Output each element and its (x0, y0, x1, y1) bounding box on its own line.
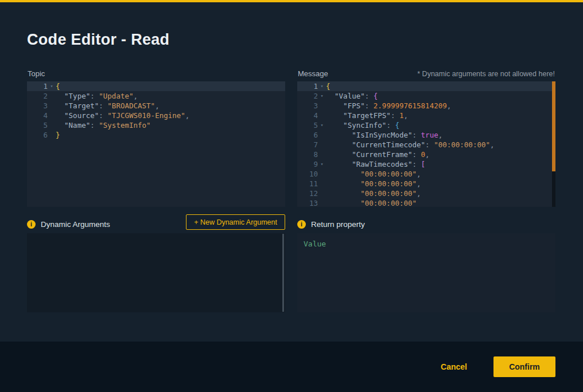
code-line: 1▾{ (27, 81, 285, 91)
line-number: 8 (302, 150, 318, 159)
line-number: 5 (32, 120, 48, 130)
fold-spacer (48, 130, 56, 140)
fold-spacer (318, 101, 326, 111)
code-text: "FPS": 2.999997615814209, (326, 101, 555, 111)
line-number: 1 (302, 81, 318, 91)
code-line: 8 "CurrentFrame": 0, (297, 150, 555, 159)
fold-spacer (318, 179, 326, 189)
code-text: "Target": "BROADCAST", (56, 101, 285, 111)
line-number: 11 (302, 179, 318, 189)
message-editor-scrollbar[interactable] (552, 81, 555, 207)
code-line: 6 "IsInSyncMode": true, (297, 130, 555, 140)
code-line: 13 "00:00:00:00" (297, 198, 555, 207)
fold-spacer (318, 150, 326, 159)
code-line: 11 "00:00:00:00", (297, 179, 555, 189)
dynamic-arguments-header: Dynamic Arguments (27, 220, 110, 229)
line-number: 6 (32, 130, 48, 140)
fold-spacer (48, 101, 56, 111)
fold-spacer (48, 120, 56, 130)
code-line: 3 "Target": "BROADCAST", (27, 101, 285, 111)
fold-spacer (318, 130, 326, 140)
dynamic-arguments-label: Dynamic Arguments (41, 220, 110, 229)
code-line: 4 "TargetFPS": 1, (297, 111, 555, 120)
confirm-button[interactable]: Confirm (493, 356, 555, 377)
line-number: 3 (32, 101, 48, 111)
fold-arrow-icon[interactable]: ▾ (48, 81, 56, 91)
line-number: 4 (302, 111, 318, 120)
code-text: "00:00:00:00", (326, 189, 555, 198)
code-text: } (56, 130, 285, 140)
code-text: "Type": "Update", (56, 91, 285, 101)
return-property-panel[interactable]: Value (297, 233, 555, 312)
accent-top-bar (0, 0, 583, 2)
code-text: "CurrentFrame": 0, (326, 150, 555, 159)
code-line: 3 "FPS": 2.999997615814209, (297, 101, 555, 111)
return-property-header: Return property (297, 220, 365, 229)
new-dynamic-argument-button[interactable]: + New Dynamic Argument (186, 214, 285, 230)
code-text: "SyncInfo": { (326, 120, 555, 130)
dynamic-args-warning-note: * Dynamic arguments are not allowed here… (417, 70, 555, 78)
code-text: "IsInSyncMode": true, (326, 130, 555, 140)
code-line: 6} (27, 130, 285, 140)
fold-spacer (318, 189, 326, 198)
code-line: 5▾ "SyncInfo": { (297, 120, 555, 130)
page-title: Code Editor - Read (27, 31, 169, 49)
fold-spacer (318, 198, 326, 207)
line-number: 13 (302, 198, 318, 207)
line-number: 10 (302, 169, 318, 179)
code-line: 10 "00:00:00:00", (297, 169, 555, 179)
dynamic-arguments-scrollbar[interactable] (282, 234, 284, 312)
code-text: "TargetFPS": 1, (326, 111, 555, 120)
fold-spacer (48, 111, 56, 120)
topic-code-editor[interactable]: 1▾{2 "Type": "Update",3 "Target": "BROAD… (27, 81, 285, 207)
fold-arrow-icon[interactable]: ▾ (318, 91, 326, 101)
code-line: 5 "Name": "SystemInfo" (27, 120, 285, 130)
line-number: 12 (302, 189, 318, 198)
fold-spacer (318, 169, 326, 179)
code-text: "00:00:00:00", (326, 169, 555, 179)
fold-arrow-icon[interactable]: ▾ (318, 81, 326, 91)
line-number: 6 (302, 130, 318, 140)
dialog-footer: Cancel Confirm (0, 342, 583, 392)
fold-arrow-icon[interactable]: ▾ (318, 120, 326, 130)
message-label: Message (298, 69, 328, 78)
line-number: 7 (302, 140, 318, 150)
line-number: 2 (32, 91, 48, 101)
code-line: 7 "CurrentTimecode": "00:00:00:00", (297, 140, 555, 150)
fold-spacer (318, 111, 326, 120)
code-line: 12 "00:00:00:00", (297, 189, 555, 198)
code-line: 2 "Type": "Update", (27, 91, 285, 101)
topic-editor-lines: 1▾{2 "Type": "Update",3 "Target": "BROAD… (27, 81, 285, 140)
fold-spacer (48, 91, 56, 101)
message-editor-lines: 1▾{2▾ "Value": {3 "FPS": 2.9999976158142… (297, 81, 555, 207)
info-icon (27, 220, 36, 229)
cancel-button[interactable]: Cancel (441, 362, 467, 371)
code-line: 4 "Source": "TJCGWS010-Engine", (27, 111, 285, 120)
info-icon (297, 220, 306, 229)
line-number: 1 (32, 81, 48, 91)
fold-spacer (318, 140, 326, 150)
code-line: 1▾{ (297, 81, 555, 91)
line-number: 3 (302, 101, 318, 111)
scrollbar-thumb[interactable] (552, 81, 555, 171)
code-text: "RawTimecodes": [ (326, 159, 555, 169)
return-property-value: Value (304, 240, 326, 248)
code-text: { (56, 81, 285, 91)
code-text: { (326, 81, 555, 91)
dynamic-arguments-panel[interactable] (27, 233, 285, 312)
code-text: "Name": "SystemInfo" (56, 120, 285, 130)
code-line: 2▾ "Value": { (297, 91, 555, 101)
code-line: 9▾ "RawTimecodes": [ (297, 159, 555, 169)
code-text: "Value": { (326, 91, 555, 101)
code-text: "00:00:00:00", (326, 179, 555, 189)
fold-arrow-icon[interactable]: ▾ (318, 159, 326, 169)
code-text: "00:00:00:00" (326, 198, 555, 207)
line-number: 5 (302, 120, 318, 130)
line-number: 2 (302, 91, 318, 101)
code-text: "Source": "TJCGWS010-Engine", (56, 111, 285, 120)
return-property-label: Return property (311, 220, 365, 229)
message-code-editor[interactable]: 1▾{2▾ "Value": {3 "FPS": 2.9999976158142… (297, 81, 555, 207)
topic-label: Topic (28, 69, 45, 78)
code-text: "CurrentTimecode": "00:00:00:00", (326, 140, 555, 150)
line-number: 4 (32, 111, 48, 120)
